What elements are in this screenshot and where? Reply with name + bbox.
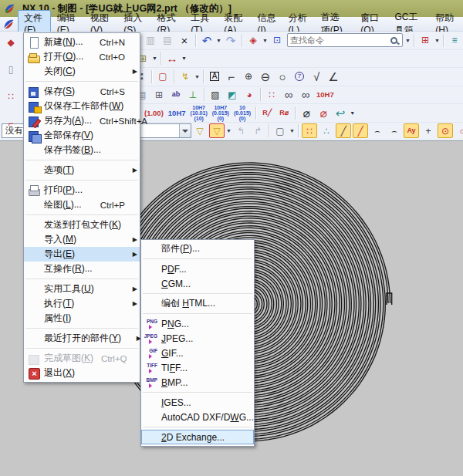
visualization-icon[interactable]: ≡ bbox=[447, 33, 462, 48]
snap-point-icon[interactable]: ∷ bbox=[302, 123, 317, 138]
measure-distance-icon[interactable]: ∞ bbox=[281, 87, 296, 102]
file-menu-import[interactable]: 导入(M) ▶ bbox=[24, 232, 140, 247]
export-pdf[interactable]: PDF... bbox=[141, 262, 254, 276]
radius-slash-icon[interactable]: R╱ bbox=[259, 106, 275, 120]
arc-boundary-icon[interactable]: ◕ bbox=[242, 87, 257, 102]
export-iges[interactable]: IGES... bbox=[141, 395, 254, 410]
undo-icon[interactable]: ↶ bbox=[199, 33, 215, 48]
file-menu-export[interactable]: 导出(E) ▶ bbox=[24, 247, 140, 262]
new-sketch-icon[interactable]: ▯ bbox=[3, 62, 19, 76]
file-menu-new[interactable]: 新建(N)... Ctrl+N bbox=[24, 35, 140, 49]
grid-points-icon[interactable]: ∷ bbox=[264, 87, 279, 102]
profile-tool-icon[interactable]: ⌐ bbox=[3, 116, 19, 130]
view-orient-icon[interactable]: ◆ bbox=[3, 35, 19, 49]
dropdown-caret-icon[interactable]: ▼ bbox=[404, 33, 411, 48]
dropdown-caret-icon[interactable]: ▼ bbox=[349, 106, 356, 120]
marquee-select-icon[interactable]: ▢ bbox=[272, 123, 288, 138]
dropdown-caret-icon[interactable]: ▼ bbox=[289, 123, 296, 138]
file-menu-save-work-part-only[interactable]: 仅保存工作部件(W) bbox=[24, 99, 140, 113]
export-jpeg[interactable]: JPEG JPEG... bbox=[141, 331, 254, 346]
toolbar-badge[interactable]: 10H7 bbox=[168, 110, 186, 117]
snap-enabled-icon[interactable]: ▽ bbox=[209, 123, 225, 138]
file-menu-save-as[interactable]: 另存为(A)... Ctrl+Shift+A bbox=[24, 113, 140, 128]
hatch-boundary-icon[interactable]: ▨ bbox=[208, 87, 223, 102]
return-icon[interactable]: ↩ bbox=[333, 106, 348, 120]
dropdown-caret-icon[interactable]: ▼ bbox=[262, 33, 269, 48]
constraint-point-icon[interactable]: ∴ bbox=[319, 123, 334, 138]
export-tiff[interactable]: TIFF TIFF... bbox=[141, 360, 254, 375]
csys-icon[interactable]: ⊥ bbox=[185, 87, 201, 102]
dropdown-caret-icon[interactable]: ▼ bbox=[225, 123, 232, 138]
export-2d-exchange[interactable]: 2D Exchange... bbox=[141, 430, 254, 444]
angle-weld-icon[interactable]: ∠ bbox=[326, 69, 341, 84]
inspect-dimension-icon[interactable]: 7 bbox=[292, 69, 307, 84]
measure-tolerance-icon[interactable]: ∞ bbox=[298, 87, 313, 102]
rapid-dimension-icon[interactable]: ↔ bbox=[164, 51, 180, 66]
pole-icon[interactable]: + bbox=[421, 123, 436, 138]
hierarchy-icon[interactable]: ⊞ bbox=[151, 87, 167, 102]
point-tool-icon[interactable]: ∷ bbox=[3, 89, 19, 103]
copy-icon[interactable]: ▥ bbox=[143, 33, 158, 48]
datum-target-icon[interactable]: ⊕ bbox=[241, 69, 256, 84]
export-gif[interactable]: GIF GIF... bbox=[141, 346, 254, 360]
end-point-icon[interactable]: ╱ bbox=[336, 123, 351, 138]
quadrant-point-icon[interactable]: ○ bbox=[455, 123, 463, 138]
file-menu-save[interactable]: 保存(S) Ctrl+S bbox=[24, 84, 140, 99]
file-menu-plot[interactable]: 绘图(L)... Ctrl+P bbox=[24, 197, 140, 212]
delete-icon[interactable]: × bbox=[177, 33, 192, 48]
file-menu-save-bookmark[interactable]: 保存书签(B)... bbox=[24, 143, 140, 157]
export-displayed-part-icon[interactable]: ⊡ bbox=[269, 33, 285, 48]
note-icon[interactable]: A bbox=[207, 69, 222, 84]
diameter-slash-icon[interactable]: ⌀ bbox=[316, 106, 331, 120]
paste-icon[interactable]: ▤ bbox=[160, 33, 175, 48]
file-menu-execute[interactable]: 执行(T) ▶ bbox=[24, 296, 140, 311]
export-png[interactable]: PNG PNG... bbox=[141, 316, 254, 331]
file-menu-interop[interactable]: 互操作(R)... bbox=[24, 262, 140, 276]
export-cgm[interactable]: CGM... bbox=[141, 276, 254, 291]
file-menu-save-all[interactable]: 全部保存(V) bbox=[24, 128, 140, 143]
export-bmp[interactable]: BMP BMP... bbox=[141, 375, 254, 390]
view-boundary-icon[interactable]: ◩ bbox=[225, 87, 240, 102]
tolerance-badge[interactable]: 10 (0.015) (0) bbox=[234, 105, 251, 121]
control-point-icon[interactable]: ⌢ bbox=[370, 123, 385, 138]
export-html[interactable]: 编创 HTML... bbox=[141, 296, 254, 311]
file-menu-recent-parts[interactable]: 最近打开的部件(Y) ▶ bbox=[24, 331, 140, 346]
export-autocad-dxf-dwg[interactable]: AutoCAD DXF/DWG... bbox=[141, 410, 254, 424]
annotation-icon[interactable]: ab bbox=[168, 87, 184, 102]
sheet-settings-icon[interactable]: ▢ bbox=[155, 69, 171, 84]
tolerance-badge[interactable]: 10H7 (10.01) (10) bbox=[191, 105, 208, 121]
tangent-point-icon[interactable]: ⌢ bbox=[387, 123, 402, 138]
magnify-icon[interactable]: ○ bbox=[275, 69, 290, 84]
file-menu-close[interactable]: 关闭(C) ▶ bbox=[24, 64, 140, 79]
dropdown-caret-icon[interactable]: ▼ bbox=[434, 33, 441, 48]
dropdown-caret-icon[interactable]: ▼ bbox=[194, 69, 201, 84]
combo-caret-icon[interactable] bbox=[179, 124, 191, 137]
spline-point-icon[interactable]: Ay bbox=[404, 123, 419, 138]
file-menu-utilities[interactable]: 实用工具(U) ▶ bbox=[24, 282, 140, 296]
dropdown-caret-icon[interactable]: ▼ bbox=[151, 51, 158, 66]
leader-icon[interactable]: ⌐ bbox=[224, 69, 239, 84]
window-layout-icon[interactable]: ⊞ bbox=[417, 33, 433, 48]
redo-icon[interactable]: ↷ bbox=[223, 33, 238, 48]
check-mark-icon[interactable]: √ bbox=[309, 69, 324, 84]
file-menu-exit[interactable]: 退出(X) bbox=[24, 366, 140, 380]
lightning-update-icon[interactable]: ↯ bbox=[177, 69, 193, 84]
dropdown-caret-icon[interactable]: ▼ bbox=[215, 33, 222, 48]
file-menu-options[interactable]: 选项(T) ▶ bbox=[24, 163, 140, 177]
snap-funnel-icon[interactable]: ▽ bbox=[192, 123, 208, 138]
deselect-icon[interactable]: ↱ bbox=[250, 123, 265, 138]
search-icon[interactable] bbox=[390, 37, 397, 44]
select-previous-icon[interactable]: ↰ bbox=[233, 123, 248, 138]
arc-center-icon[interactable]: ⊙ bbox=[438, 123, 453, 138]
toolbar-badge[interactable]: 10H7 bbox=[316, 91, 334, 99]
display-mode-icon[interactable]: ◈ bbox=[245, 33, 261, 48]
command-search-input[interactable] bbox=[290, 35, 390, 45]
file-menu-finish-sketch[interactable]: 完成草图(K) Ctrl+Q bbox=[24, 351, 140, 366]
file-menu-send-package[interactable]: 发送到打包文件(K) bbox=[24, 218, 140, 232]
tolerance-badge[interactable]: 10H7 (0.015) (0) bbox=[212, 105, 229, 121]
zoom-out-icon[interactable]: ⊖ bbox=[258, 69, 273, 84]
diameter-icon[interactable]: ⌀ bbox=[299, 106, 314, 120]
file-menu-print[interactable]: 打印(P)... bbox=[24, 183, 140, 197]
export-part[interactable]: 部件(P)... bbox=[141, 241, 254, 256]
dropdown-caret-icon[interactable]: ▼ bbox=[181, 51, 188, 66]
